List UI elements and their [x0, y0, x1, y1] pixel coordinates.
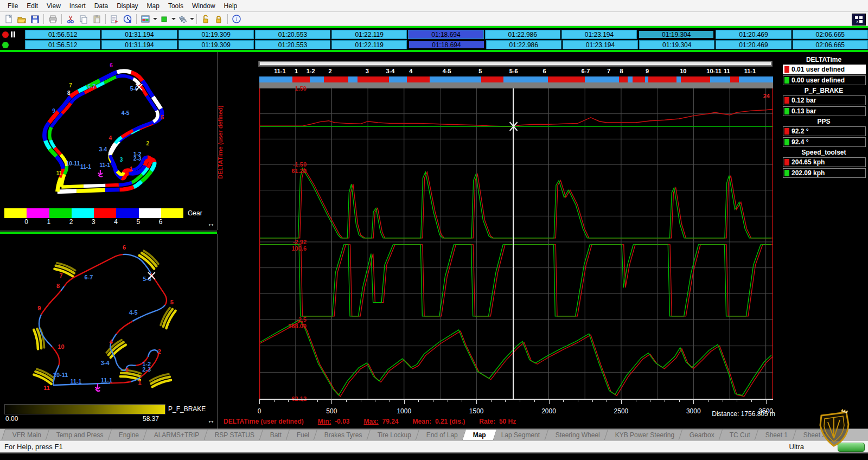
paste-icon[interactable]: [91, 14, 103, 24]
legend-channel-value[interactable]: 92.2 °: [783, 126, 866, 136]
tab-alarms-trip[interactable]: ALARMS+TRIP: [143, 429, 210, 440]
legend-channel-value[interactable]: 0.13 bar: [783, 106, 866, 116]
chart-segment-block[interactable]: [585, 76, 619, 82]
menu-tools[interactable]: Tools: [164, 1, 188, 11]
copy-icon[interactable]: [78, 14, 90, 24]
chart-segment-block[interactable]: [503, 76, 548, 82]
menu-display[interactable]: Display: [112, 1, 142, 11]
lap-time-cell[interactable]: 01:20.553: [255, 40, 330, 49]
chart-segment-block[interactable]: [676, 76, 681, 82]
legend-channel-value[interactable]: 0.01 user defined: [783, 65, 866, 74]
overlay-dropdown-icon[interactable]: [176, 14, 188, 24]
tab-rsp-status[interactable]: RSP STATUS: [204, 429, 266, 440]
menu-help[interactable]: Help: [220, 1, 242, 11]
lap-time-cell[interactable]: 01:20.553: [255, 30, 330, 39]
menu-map[interactable]: Map: [143, 1, 164, 11]
legend-channel-value[interactable]: 204.65 kph: [783, 157, 866, 167]
legend-channel-value[interactable]: 0.12 bar: [783, 95, 866, 105]
track-map-gear-panel[interactable]: 67896-75-64-53-4421-22-3110-1111-111-111…: [0, 52, 218, 230]
track-map-brake-panel[interactable]: 65-66-778954-54103-4321-22-3111-111-110-…: [0, 234, 218, 429]
open-folder-icon[interactable]: [16, 14, 28, 24]
chart-segment-block[interactable]: [681, 76, 710, 82]
tab-vfr-main[interactable]: VFR Main: [2, 429, 53, 440]
chart-segment-block[interactable]: [292, 76, 310, 82]
chart-segment-block[interactable]: [259, 76, 292, 82]
chart-segment-block[interactable]: [648, 76, 676, 82]
menu-window[interactable]: Window: [188, 1, 220, 11]
chart-segment-block[interactable]: [348, 76, 358, 82]
chart-segment-block[interactable]: [628, 76, 633, 82]
lap-time-cell[interactable]: 01:22.986: [486, 40, 561, 49]
workspace-grid-icon[interactable]: x: [852, 14, 866, 25]
chart-segment-block[interactable]: [619, 76, 628, 82]
chart-plot-area[interactable]: 24: [259, 88, 773, 399]
chart-segment-block[interactable]: [389, 76, 407, 82]
lap-time-cell[interactable]: 01:31.194: [101, 30, 177, 39]
menu-insert[interactable]: Insert: [65, 1, 90, 11]
lap-time-cell[interactable]: 01:22.119: [331, 40, 407, 49]
tab-kyb-power-steering[interactable]: KYB Power Steering: [604, 429, 686, 440]
lap-time-cell[interactable]: 01:56.512: [25, 30, 100, 39]
brake-track-map[interactable]: 65-66-778954-54103-4321-22-3111-111-110-…: [0, 234, 217, 402]
chart-segment-block[interactable]: [324, 76, 348, 82]
new-document-icon[interactable]: [3, 14, 15, 24]
lap-time-cell[interactable]: 01:19.304: [639, 40, 714, 49]
tab-map[interactable]: Map: [462, 429, 497, 440]
lock-icon[interactable]: [213, 14, 225, 24]
lap-time-cell[interactable]: 02:06.665: [793, 40, 868, 49]
chart-segment-block[interactable]: [633, 76, 645, 82]
chart-segment-block[interactable]: [407, 76, 430, 82]
chart-segment-block[interactable]: [358, 76, 389, 82]
lap-time-cell[interactable]: 02:06.665: [793, 30, 868, 39]
lap-indicator-green[interactable]: [0, 40, 24, 49]
layout-dropdown-icon[interactable]: [139, 14, 151, 24]
cut-icon[interactable]: [65, 14, 76, 24]
save-icon[interactable]: [29, 14, 41, 24]
lap-time-cell[interactable]: 01:23.194: [563, 40, 638, 49]
menu-data[interactable]: Data: [90, 1, 112, 11]
print-icon[interactable]: [47, 14, 59, 24]
map-resize-handle[interactable]: ↔: [207, 219, 215, 228]
segment-color-strip[interactable]: [259, 76, 773, 82]
lap-time-cell[interactable]: 01:18.694: [408, 30, 483, 39]
lap-time-cell[interactable]: 01:19.304: [638, 30, 714, 39]
lap-indicator-red[interactable]: [0, 30, 24, 39]
tab-lap-segment[interactable]: Lap Segment: [490, 429, 551, 440]
chart-segment-block[interactable]: [548, 76, 585, 82]
menu-file[interactable]: File: [3, 1, 22, 11]
dropdown-arrow-icon[interactable]: [153, 18, 157, 20]
chart-segment-block[interactable]: [310, 76, 324, 82]
lap-time-cell[interactable]: 01:19.309: [178, 30, 254, 39]
lap-time-cell[interactable]: 01:31.194: [101, 40, 177, 49]
lap-time-cell[interactable]: 01:20.469: [716, 40, 791, 49]
tab-steering-wheel[interactable]: Steering Wheel: [544, 429, 611, 440]
lap-time-cell[interactable]: 01:20.469: [716, 30, 791, 39]
scrollbar-thumb[interactable]: [260, 62, 771, 65]
chart-segment-block[interactable]: [481, 76, 503, 82]
display-color-dropdown-icon[interactable]: [158, 14, 170, 24]
chart-segment-block[interactable]: [710, 76, 730, 82]
chart-horizontal-scrollbar[interactable]: [258, 61, 773, 67]
map-resize-handle[interactable]: ↔: [207, 416, 215, 425]
chart-segment-block[interactable]: [430, 76, 481, 82]
menu-edit[interactable]: Edit: [22, 1, 42, 11]
dropdown-arrow-icon[interactable]: [171, 18, 176, 20]
legend-channel-value[interactable]: 0.00 user defined: [783, 75, 866, 85]
unlock-icon[interactable]: [200, 14, 212, 24]
chart-segment-block[interactable]: [739, 76, 773, 82]
lap-time-cell[interactable]: 01:23.194: [561, 30, 637, 39]
menu-view[interactable]: View: [42, 1, 65, 11]
lap-time-cell[interactable]: 01:56.512: [25, 40, 100, 49]
tab-temp-and-press[interactable]: Temp and Press: [46, 429, 114, 440]
chart-segment-block[interactable]: [730, 76, 739, 82]
lap-time-cell[interactable]: 01:22.119: [331, 30, 407, 39]
lap-time-cell[interactable]: 01:18.694: [408, 40, 484, 49]
legend-channel-value[interactable]: 92.4 °: [783, 137, 866, 147]
dropdown-arrow-icon[interactable]: [190, 18, 194, 20]
tab-tire-lockup[interactable]: Tire Lockup: [367, 429, 423, 440]
about-icon[interactable]: i: [231, 14, 242, 24]
lap-time-cell[interactable]: 01:19.309: [178, 40, 254, 49]
tab-end-of-lap[interactable]: End of Lap: [416, 429, 469, 440]
export-report-icon[interactable]: [108, 14, 120, 24]
time-gauge-icon[interactable]: [122, 14, 133, 24]
